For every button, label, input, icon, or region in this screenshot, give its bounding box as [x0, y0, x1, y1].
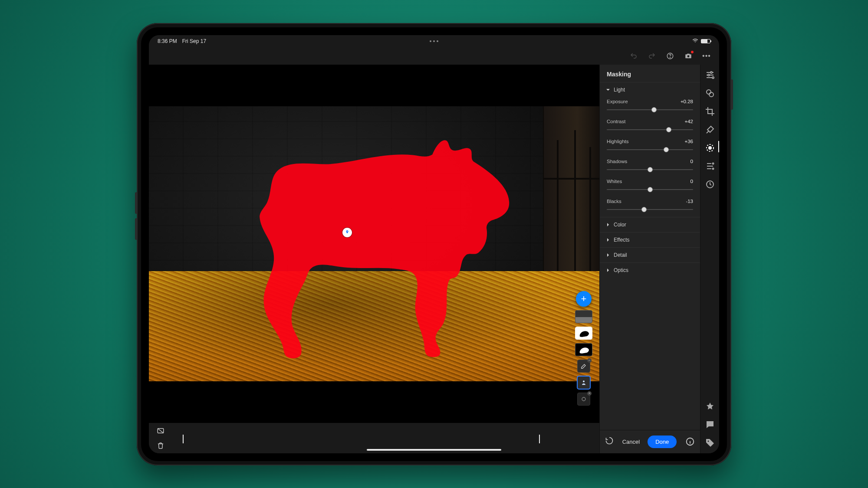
chevron-right-icon [606, 223, 610, 227]
slider-value: 0 [690, 159, 693, 164]
info-icon[interactable] [685, 437, 695, 446]
mask-thumb-2[interactable] [575, 327, 592, 340]
status-time: 8:36 PM [158, 38, 177, 44]
svg-point-1 [670, 57, 670, 58]
star-icon[interactable] [705, 401, 715, 412]
top-toolbar: ••• [149, 47, 719, 65]
slider-label: Contrast [607, 119, 625, 124]
chevron-right-icon [606, 268, 610, 272]
slider-blacks[interactable]: Blacks-13 [600, 197, 700, 217]
multitask-dots-icon[interactable] [430, 40, 438, 42]
svg-point-4 [583, 380, 585, 382]
svg-point-9 [708, 74, 710, 76]
redo-icon[interactable] [647, 51, 657, 61]
notification-dot [691, 51, 694, 53]
undo-icon[interactable] [629, 51, 638, 61]
slider-contrast[interactable]: Contrast+42 [600, 117, 700, 137]
device-power-button [731, 79, 733, 110]
svg-point-12 [709, 92, 713, 97]
slider-exposure[interactable]: Exposure+0.28 [600, 97, 700, 117]
mask-stack: + [575, 291, 592, 406]
chevron-down-icon [606, 88, 610, 92]
slider-whites[interactable]: Whites0 [600, 177, 700, 197]
svg-point-15 [712, 163, 713, 164]
group-label-light: Light [614, 87, 625, 93]
svg-point-8 [710, 72, 712, 73]
slider-knob[interactable] [648, 187, 653, 192]
device-volume-up [135, 192, 137, 214]
masking-tool-icon[interactable] [705, 143, 715, 153]
more-options-icon[interactable]: ••• [702, 51, 711, 61]
versions-icon[interactable] [705, 179, 715, 190]
tablet-device-frame: 8:36 PM Fri Sep 17 [137, 23, 731, 465]
svg-point-3 [347, 231, 348, 232]
svg-point-2 [687, 55, 690, 57]
slider-label: Whites [607, 179, 622, 184]
mask-thumb-3[interactable] [575, 343, 592, 356]
add-mask-button[interactable]: + [576, 291, 592, 307]
tag-icon[interactable] [705, 438, 715, 448]
slider-label: Highlights [607, 139, 629, 144]
slider-knob[interactable] [666, 127, 671, 132]
help-icon[interactable] [665, 51, 675, 61]
healing-brush-icon[interactable] [705, 124, 715, 135]
slider-knob[interactable] [664, 147, 669, 152]
edit-sliders-icon[interactable] [705, 70, 715, 80]
slider-label: Exposure [607, 99, 628, 104]
geometry-icon[interactable] [705, 161, 715, 171]
status-date: Fri Sep 17 [182, 38, 206, 44]
slider-highlights[interactable]: Highlights+36 [600, 137, 700, 157]
cancel-button[interactable]: Cancel [622, 439, 640, 445]
group-toggle-light[interactable]: Light [600, 82, 700, 97]
masking-panel: Masking Light Exposure+0.28 Contrast+42 [599, 65, 700, 453]
wifi-icon [692, 38, 698, 44]
svg-point-10 [712, 77, 714, 79]
slider-label: Blacks [607, 199, 621, 204]
group-label-color: Color [614, 222, 626, 228]
group-toggle-color[interactable]: Color [600, 217, 700, 232]
chevron-right-icon [606, 253, 610, 257]
panel-title: Masking [600, 65, 700, 82]
device-volume-down [135, 218, 137, 240]
slider-value: +42 [684, 119, 693, 124]
group-toggle-detail[interactable]: Detail [600, 247, 700, 262]
slider-knob[interactable] [641, 207, 647, 212]
home-indicator[interactable] [367, 449, 501, 451]
battery-icon [701, 39, 710, 43]
slider-value: +0.28 [681, 99, 693, 104]
slider-knob[interactable] [648, 167, 653, 172]
slider-label: Shadows [607, 159, 627, 164]
mask-pin-icon[interactable] [342, 228, 352, 237]
svg-point-11 [707, 90, 711, 94]
trash-icon[interactable] [156, 441, 165, 450]
group-label-detail: Detail [614, 252, 627, 258]
compare-icon[interactable] [156, 426, 165, 436]
chevron-right-icon [606, 238, 610, 242]
filmstrip-scrubber[interactable] [175, 432, 571, 444]
camera-icon[interactable] [684, 51, 693, 61]
mask-thumb-1[interactable] [575, 310, 592, 323]
app-screen: 8:36 PM Fri Sep 17 [149, 35, 719, 453]
rail-active-indicator [718, 141, 719, 152]
mask-tool-eraser[interactable]: + [577, 393, 590, 406]
mask-tool-select-subject[interactable] [577, 376, 590, 389]
group-toggle-effects[interactable]: Effects [600, 232, 700, 247]
comments-icon[interactable] [705, 419, 715, 430]
slider-value: 0 [690, 179, 693, 184]
presets-icon[interactable] [705, 88, 715, 98]
image-canvas[interactable]: + [149, 65, 599, 423]
group-label-effects: Effects [614, 237, 629, 243]
mask-tool-brush[interactable]: − [577, 360, 590, 373]
group-toggle-optics[interactable]: Optics [600, 262, 700, 278]
right-tool-rail [700, 65, 719, 453]
svg-point-14 [709, 147, 711, 149]
slider-shadows[interactable]: Shadows0 [600, 157, 700, 177]
photo-background [149, 106, 599, 381]
svg-point-18 [707, 440, 709, 442]
slider-knob[interactable] [651, 107, 657, 112]
reset-icon[interactable] [605, 436, 614, 447]
done-button[interactable]: Done [648, 436, 677, 448]
svg-point-5 [582, 397, 585, 401]
crop-icon[interactable] [705, 106, 715, 117]
status-bar: 8:36 PM Fri Sep 17 [149, 35, 719, 47]
